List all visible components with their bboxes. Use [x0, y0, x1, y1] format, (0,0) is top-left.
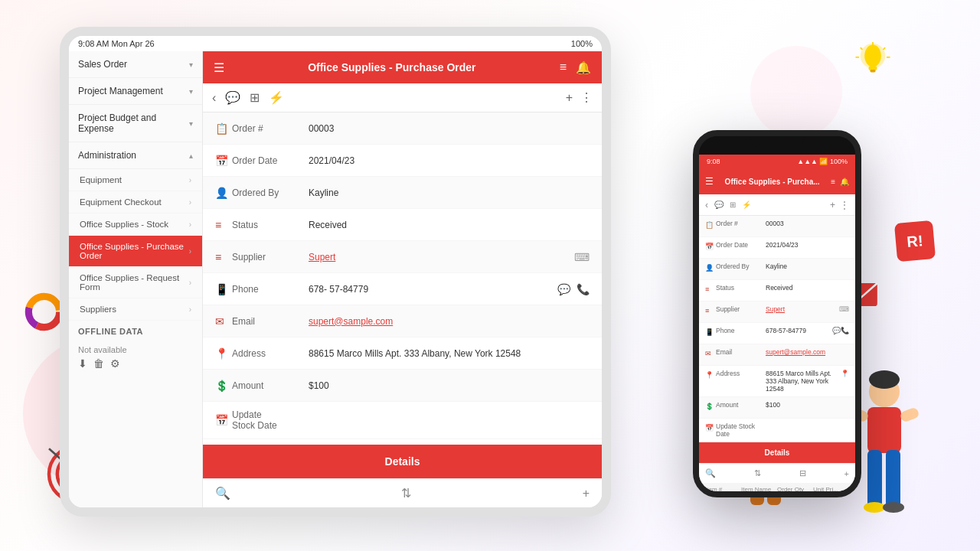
chevron-down-icon: ▾ — [189, 119, 193, 128]
status-value: Received — [309, 220, 590, 230]
sidebar-item-office-purchase-order[interactable]: Office Supplies - Purchase Order › — [69, 236, 202, 267]
phone-keyboard-icon[interactable]: ⌨ — [839, 305, 849, 313]
email-value[interactable]: supert@sample.com — [309, 316, 590, 327]
phone-map-icon[interactable]: 📍 — [841, 370, 849, 377]
delete-icon[interactable]: 🗑 — [93, 357, 104, 370]
back-icon[interactable]: ‹ — [212, 91, 216, 105]
form-row-email: ✉ Email supert@sample.com — [203, 305, 602, 337]
phone-status-value: Received — [766, 284, 849, 292]
col-item-num: Item # — [705, 486, 741, 491]
add-bottom-icon[interactable]: + — [583, 487, 590, 500]
phone-bolt-icon[interactable]: ⚡ — [742, 201, 751, 209]
phone-form-row-address: 📍 Address 88615 Marco Mills Apt. 333 Alb… — [699, 366, 855, 397]
phone-comment-icon[interactable]: 💬 — [714, 201, 724, 209]
sidebar-item-suppliers[interactable]: Suppliers › — [69, 298, 202, 321]
chevron-down-icon: ▾ — [189, 87, 193, 96]
sidebar-item-office-request[interactable]: Office Supplies - Request Form › — [69, 267, 202, 298]
phone-amount-value: $100 — [766, 401, 849, 409]
phone-add-bottom-icon[interactable]: + — [844, 469, 849, 478]
status-icon: ≡ — [215, 219, 232, 231]
phone-email-value[interactable]: supert@sample.com — [766, 348, 849, 356]
page-title: Office Supplies - Purchase Order — [308, 61, 475, 73]
app-header: ☰ Office Supplies - Purchase Order ≡ 🔔 — [203, 51, 602, 83]
form-row-address: 📍 Address 88615 Marco Mills Apt. 333 Alb… — [203, 337, 602, 370]
phone-form-row-email: ✉ Email supert@sample.com — [699, 344, 855, 366]
phone-amount-icon: 💲 — [705, 403, 716, 410]
address-value: 88615 Marco Mills Apt. 333 Albany, New Y… — [309, 348, 590, 359]
phone-more-icon[interactable]: ⋮ — [840, 200, 849, 210]
svg-rect-28 — [867, 407, 901, 453]
sidebar-item-sales-order[interactable]: Sales Order ▾ — [69, 51, 202, 78]
phone-form-row-date: 📅 Order Date 2021/04/23 — [699, 237, 855, 259]
phone-filter-icon[interactable]: ≡ — [831, 178, 835, 186]
phone-order-value: 00003 — [766, 220, 849, 227]
phone-toolbar: ‹ 💬 ⊞ ⚡ + ⋮ — [699, 194, 855, 216]
svg-rect-30 — [886, 450, 900, 507]
chevron-down-icon: ▴ — [189, 152, 193, 160]
bolt-icon[interactable]: ⚡ — [269, 90, 284, 105]
col-unit-price: Unit Pri... — [813, 486, 849, 491]
download-icon[interactable]: ⬇ — [78, 357, 87, 370]
form-row-supplier: ≡ Supplier Supert ⌨ — [203, 241, 602, 273]
phone-order-icon: 📋 — [705, 221, 716, 229]
sidebar-item-administration[interactable]: Administration ▴ — [69, 142, 202, 169]
sort-icon[interactable]: ⇅ — [401, 486, 411, 500]
search-icon[interactable]: 🔍 — [215, 486, 230, 500]
keyboard-icon[interactable]: ⌨ — [574, 251, 590, 263]
form-area: 📋 Order # 00003 📅 Order Date 2021/04/23 … — [203, 112, 602, 445]
sidebar-item-project-management[interactable]: Project Management ▾ — [69, 78, 202, 105]
svg-line-14 — [861, 47, 863, 50]
chevron-right-icon: › — [189, 305, 191, 314]
sidebar-item-equipment-checkout[interactable]: Equipment Checkout › — [69, 191, 202, 214]
phone-address-value: 88615 Marco Mills Apt. 333 Albany, New Y… — [766, 370, 841, 393]
svg-point-32 — [883, 502, 904, 513]
settings-icon[interactable]: ⚙ — [110, 357, 120, 370]
phone-bell-icon[interactable]: 🔔 — [840, 178, 849, 186]
phone-sort-icon[interactable]: ⇅ — [754, 468, 761, 478]
phone-form-row-update-stock: 📅 Update Stock Date — [699, 419, 855, 442]
phone-chat-icon[interactable]: 💬 — [832, 327, 841, 334]
phone-filter-bottom-icon[interactable]: ⊟ — [799, 468, 806, 478]
call-icon[interactable]: 📞 — [577, 283, 590, 295]
details-button[interactable]: Details — [203, 445, 602, 478]
lightbulb-icon — [838, 42, 907, 111]
col-item-name: Item Name — [741, 486, 777, 491]
chevron-right-icon: › — [189, 247, 191, 256]
phone-call-icon[interactable]: 📞 — [841, 327, 849, 334]
offline-status: Not available — [78, 345, 193, 354]
phone-add-icon[interactable]: + — [830, 200, 835, 210]
order-number-value: 00003 — [309, 123, 590, 134]
add-icon[interactable]: + — [566, 91, 573, 105]
supplier-value[interactable]: Supert — [309, 252, 574, 262]
phone-form-row-amount: 💲 Amount $100 — [699, 397, 855, 419]
r-exclamation-badge: R! — [894, 220, 936, 262]
more-icon[interactable]: ⋮ — [580, 90, 593, 105]
filter-list-icon[interactable]: ≡ — [560, 60, 567, 74]
svg-line-13 — [884, 47, 886, 50]
sidebar-item-equipment[interactable]: Equipment › — [69, 169, 202, 191]
bell-icon[interactable]: 🔔 — [576, 60, 591, 75]
svg-rect-34 — [899, 406, 920, 422]
grid-icon[interactable]: ⊞ — [250, 90, 260, 105]
chevron-right-icon: › — [189, 198, 191, 207]
phone-search-icon[interactable]: 🔍 — [705, 468, 716, 478]
phone-supplier-icon: ≡ — [705, 307, 716, 315]
comment-icon[interactable]: 💬 — [225, 90, 240, 105]
sidebar-item-budget[interactable]: Project Budget and Expense ▾ — [69, 105, 202, 142]
pie-chart-icon — [23, 291, 65, 333]
phone-grid-icon[interactable]: ⊞ — [730, 201, 736, 209]
phone-time: 9:08 — [707, 158, 720, 165]
chat-icon[interactable]: 💬 — [557, 283, 570, 295]
phone-hamburger-icon[interactable]: ☰ — [705, 176, 714, 187]
svg-point-9 — [864, 45, 881, 67]
phone-details-button[interactable]: Details — [699, 442, 855, 463]
phone-icon: 📱 — [215, 283, 232, 295]
phone-app-header: ☰ Office Supplies - Purcha... ≡ 🔔 — [699, 168, 855, 194]
hamburger-icon[interactable]: ☰ — [214, 60, 224, 75]
phone-supplier-value[interactable]: Supert — [766, 305, 838, 313]
sidebar-item-office-stock[interactable]: Office Supplies - Stock › — [69, 214, 202, 236]
ordered-by-value: Kayline — [309, 187, 590, 198]
phone-back-icon[interactable]: ‹ — [705, 200, 708, 210]
phone-date-icon: 📅 — [705, 243, 716, 250]
form-row-order-number: 📋 Order # 00003 — [203, 112, 602, 145]
